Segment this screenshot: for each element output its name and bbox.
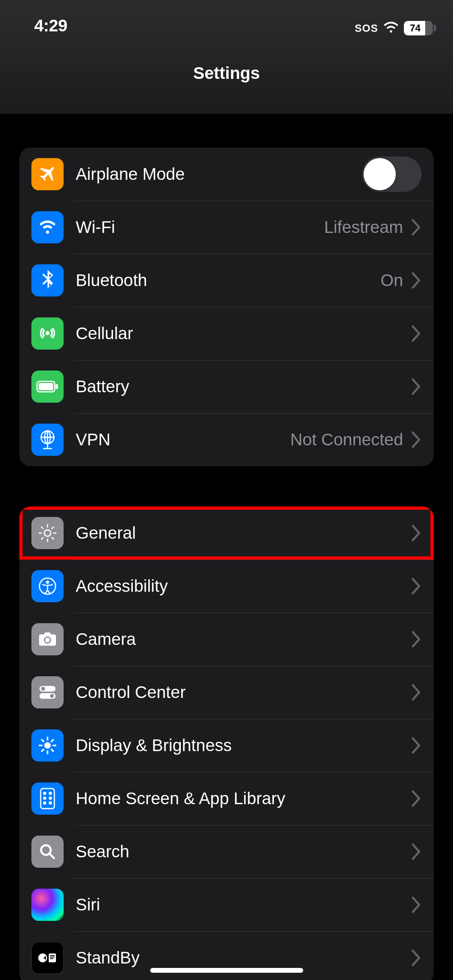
- battery-icon: [31, 371, 64, 403]
- svg-rect-27: [50, 958, 53, 959]
- airplane-toggle[interactable]: [362, 156, 422, 192]
- chevron-right-icon: [410, 843, 422, 861]
- chevron-right-icon: [410, 630, 422, 648]
- status-bar: 4:29 SOS 74: [0, 0, 453, 40]
- row-value: Not Connected: [290, 430, 403, 449]
- svg-point-18: [44, 797, 46, 799]
- apps-icon: [31, 782, 64, 815]
- svg-point-9: [45, 638, 50, 642]
- wifi-icon: [31, 211, 64, 243]
- svg-point-17: [50, 793, 52, 795]
- row-label: General: [76, 523, 410, 543]
- svg-point-19: [50, 797, 52, 799]
- row-label: Wi-Fi: [76, 218, 324, 237]
- chevron-right-icon: [410, 949, 422, 967]
- row-value: Lifestream: [324, 218, 403, 237]
- bluetooth-icon: [31, 264, 64, 296]
- row-cellular[interactable]: Cellular: [19, 307, 434, 360]
- svg-rect-26: [50, 957, 55, 957]
- svg-point-5: [44, 530, 51, 536]
- control-center-icon: [31, 676, 64, 708]
- row-label: Home Screen & App Library: [76, 789, 410, 808]
- row-label: Bluetooth: [76, 271, 381, 290]
- svg-point-14: [44, 742, 51, 749]
- svg-point-21: [50, 802, 52, 804]
- svg-point-13: [50, 694, 54, 698]
- chevron-right-icon: [410, 524, 422, 542]
- row-general[interactable]: General: [19, 506, 434, 560]
- row-battery[interactable]: Battery: [19, 360, 434, 413]
- svg-rect-2: [56, 384, 58, 389]
- gear-icon: [31, 517, 64, 549]
- chevron-right-icon: [410, 378, 422, 395]
- cellular-icon: [31, 317, 64, 350]
- battery-indicator: 74: [404, 21, 433, 35]
- chevron-right-icon: [410, 684, 422, 701]
- row-label: Display & Brightness: [76, 736, 410, 755]
- svg-rect-24: [49, 953, 56, 962]
- row-bluetooth[interactable]: Bluetooth On: [19, 254, 434, 307]
- row-label: Battery: [76, 377, 410, 396]
- row-label: Accessibility: [76, 576, 410, 596]
- row-siri[interactable]: Siri: [19, 878, 434, 931]
- battery-level: 74: [410, 23, 421, 34]
- row-label: Airplane Mode: [76, 165, 362, 184]
- row-value: On: [381, 271, 403, 290]
- row-label: VPN: [76, 430, 290, 449]
- status-time: 4:29: [20, 16, 67, 35]
- row-label: Siri: [76, 895, 410, 914]
- svg-rect-25: [50, 955, 55, 956]
- row-label: Search: [76, 842, 410, 861]
- settings-group-system: General Accessibility Camera Control Cen…: [19, 506, 434, 980]
- row-label: Camera: [76, 630, 410, 649]
- row-display-brightness[interactable]: Display & Brightness: [19, 719, 434, 772]
- vpn-icon: [31, 424, 64, 456]
- standby-icon: [31, 942, 64, 974]
- chevron-right-icon: [410, 790, 422, 807]
- accessibility-icon: [31, 570, 64, 602]
- toggle-thumb: [364, 158, 396, 190]
- row-vpn[interactable]: VPN Not Connected: [19, 413, 434, 466]
- svg-rect-1: [39, 383, 53, 390]
- row-home-screen[interactable]: Home Screen & App Library: [19, 772, 434, 825]
- home-indicator[interactable]: [150, 968, 303, 973]
- row-control-center[interactable]: Control Center: [19, 666, 434, 719]
- row-label: Control Center: [76, 683, 410, 702]
- row-wifi[interactable]: Wi-Fi Lifestream: [19, 201, 434, 254]
- svg-point-20: [44, 802, 46, 804]
- chevron-right-icon: [410, 431, 422, 449]
- airplane-icon: [31, 158, 64, 190]
- row-label: Cellular: [76, 324, 410, 343]
- search-icon: [31, 836, 64, 868]
- wifi-status-icon: [383, 21, 399, 35]
- camera-icon: [31, 623, 64, 655]
- svg-point-11: [41, 687, 45, 691]
- page-title: Settings: [0, 40, 453, 83]
- svg-rect-15: [41, 789, 54, 809]
- header: 4:29 SOS 74 Settings: [0, 0, 453, 114]
- svg-point-7: [46, 581, 49, 584]
- brightness-icon: [31, 729, 64, 762]
- chevron-right-icon: [410, 896, 422, 914]
- row-label: StandBy: [76, 948, 410, 968]
- sos-indicator: SOS: [355, 22, 378, 35]
- row-camera[interactable]: Camera: [19, 613, 434, 666]
- chevron-right-icon: [410, 737, 422, 754]
- siri-icon: [31, 889, 64, 921]
- status-indicators: SOS 74: [355, 21, 433, 35]
- svg-point-16: [44, 793, 46, 795]
- row-search[interactable]: Search: [19, 825, 434, 878]
- chevron-right-icon: [410, 272, 422, 289]
- row-accessibility[interactable]: Accessibility: [19, 560, 434, 613]
- settings-group-connectivity: Airplane Mode Wi-Fi Lifestream Bluetooth…: [19, 148, 434, 466]
- chevron-right-icon: [410, 325, 422, 342]
- chevron-right-icon: [410, 577, 422, 595]
- chevron-right-icon: [410, 218, 422, 236]
- row-airplane-mode[interactable]: Airplane Mode: [19, 148, 434, 201]
